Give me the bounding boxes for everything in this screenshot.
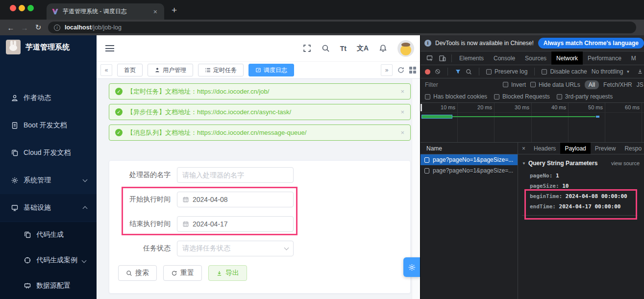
param-key: pageSize: <box>530 183 559 189</box>
forward-icon[interactable]: → <box>18 24 31 32</box>
hamburger-menu-icon[interactable] <box>105 45 114 51</box>
sidebar-item-datasource-config[interactable]: 数据源配置 <box>0 273 97 299</box>
filter-pill-fetch-xhr[interactable]: Fetch/XHR <box>603 81 632 88</box>
devtools-tab-sources[interactable]: Sources <box>520 51 551 65</box>
devtools-tab-performance[interactable]: Performance <box>583 51 626 65</box>
alert-text: 【定时任务】文档地址：https://doc.iocoder.cn/job/ <box>127 87 269 96</box>
bell-icon[interactable] <box>379 44 387 52</box>
query-string-section-header[interactable]: ▼ Query String Parameters view source <box>522 160 640 167</box>
details-tab-headers[interactable]: Headers <box>529 143 560 154</box>
sidebar-item-code-gen[interactable]: 代码生成 <box>0 222 97 248</box>
request-row-selected[interactable]: page?pageNo=1&pageSize=... <box>421 154 518 165</box>
search-button[interactable]: 搜索 <box>118 265 157 281</box>
new-tab-button[interactable]: + <box>172 5 177 16</box>
request-doc-icon <box>424 168 429 174</box>
sidebar-item-cloud-docs[interactable]: Cloud 开发文档 <box>0 139 97 167</box>
filter-input[interactable]: Filter <box>425 81 498 88</box>
page-tab-user-mgmt[interactable]: 用户管理 <box>148 64 193 76</box>
layout-grid-icon[interactable] <box>409 67 416 74</box>
devtools-tab-network[interactable]: Network <box>551 51 583 65</box>
requests-name-header[interactable]: Name <box>421 143 518 154</box>
back-icon[interactable]: ← <box>4 24 18 32</box>
translate-icon[interactable]: 文A <box>357 44 369 53</box>
form-row-status: 任务状态 请选择任务状态 <box>109 241 294 256</box>
always-match-language-button[interactable]: Always match Chrome's language <box>538 38 644 49</box>
site-info-icon[interactable]: i <box>54 25 60 31</box>
export-button[interactable]: 导出 <box>208 265 247 281</box>
invert-checkbox[interactable]: Invert <box>503 81 526 88</box>
blocked-requests-checkbox[interactable]: Blocked Requests <box>494 93 550 100</box>
task-status-label: 任务状态 <box>109 244 171 253</box>
traffic-light-minimize[interactable] <box>19 5 25 11</box>
disable-cache-checkbox[interactable]: Disable cache <box>542 68 587 75</box>
tabs-scroll-right-icon[interactable]: » <box>381 64 393 76</box>
has-blocked-cookies-checkbox[interactable]: Has blocked cookies <box>425 93 487 100</box>
sidebar-item-system-mgmt[interactable]: 系统管理 <box>0 167 97 194</box>
throttling-dropdown[interactable]: No throttling▼ <box>592 68 630 75</box>
details-tab-preview[interactable]: Preview <box>591 143 620 154</box>
tabs-scroll-left-icon[interactable]: « <box>100 64 112 76</box>
handler-name-input[interactable] <box>182 171 288 179</box>
devtools-tab-elements[interactable]: Elements <box>454 51 489 65</box>
sidebar-item-author-news[interactable]: 作者动态 <box>0 84 97 112</box>
check-circle-icon: ✓ <box>115 108 123 116</box>
record-icon[interactable] <box>425 69 430 75</box>
address-bar[interactable]: i localhost/job/job-log <box>48 22 636 33</box>
traffic-light-zoom[interactable] <box>27 5 34 11</box>
third-party-requests-checkbox[interactable]: 3rd-party requests <box>557 93 613 100</box>
request-name: page?pageNo=1&pageSize=... <box>433 167 513 174</box>
view-source-link[interactable]: view source <box>611 160 640 166</box>
end-time-picker[interactable]: 2024-04-17 <box>177 216 294 232</box>
browser-tab[interactable]: 芋道管理系统 - 调度日志 × <box>47 3 164 20</box>
filter-pill-all[interactable]: All <box>585 80 599 89</box>
devtools-tab-memory[interactable]: M <box>626 51 641 65</box>
begin-time-value: 2024-04-08 <box>193 196 228 203</box>
timeline-tick: 20 ms <box>463 104 492 110</box>
clear-icon[interactable] <box>435 69 441 75</box>
alert-close-icon[interactable]: × <box>400 108 404 116</box>
theme-settings-fab[interactable] <box>403 257 420 277</box>
details-tab-payload[interactable]: Payload <box>560 143 590 154</box>
sidebar-logo[interactable]: 芋道管理系统 <box>0 35 97 59</box>
browser-tab-title: 芋道管理系统 - 调度日志 <box>63 7 151 16</box>
gear-icon <box>408 263 416 272</box>
device-toolbar-icon[interactable] <box>439 54 446 62</box>
search-icon[interactable] <box>322 44 330 52</box>
inspect-element-icon[interactable] <box>426 54 434 62</box>
sidebar-item-code-gen-demo[interactable]: 代码生成案例 <box>0 248 97 273</box>
hide-data-urls-checkbox[interactable]: Hide data URLs <box>530 81 580 88</box>
reload-icon[interactable]: ↻ <box>31 23 45 32</box>
page-tab-home[interactable]: 首页 <box>117 64 143 76</box>
alert-close-icon[interactable]: × <box>400 88 404 95</box>
network-overview-timeline[interactable]: 10 ms 20 ms 30 ms 40 ms 50 ms 60 ms <box>421 103 644 143</box>
page-tab-scheduled-jobs[interactable]: 定时任务 <box>198 64 244 76</box>
task-status-select[interactable]: 请选择任务状态 <box>177 241 294 256</box>
details-tab-response[interactable]: Respo <box>620 143 644 154</box>
search-icon[interactable] <box>466 69 472 75</box>
import-har-icon[interactable] <box>637 69 643 75</box>
param-row: endTime: 2024-04-17 00:00:00 <box>530 201 644 212</box>
begin-time-picker[interactable]: 2024-04-08 <box>177 192 294 207</box>
filter-pill-js[interactable]: JS <box>637 81 644 88</box>
sidebar-item-infrastructure[interactable]: 基础设施 <box>0 194 97 222</box>
page-tab-job-log-active[interactable]: 调度日志 <box>248 64 294 76</box>
query-string-title: Query String Parameters <box>528 160 597 167</box>
devtools-tab-console[interactable]: Console <box>489 51 520 65</box>
checkbox-icon <box>542 69 547 75</box>
sidebar-item-boot-docs[interactable]: Boot 开发文档 <box>0 112 97 139</box>
close-details-icon[interactable]: × <box>518 145 529 152</box>
font-size-icon[interactable]: Tt <box>340 45 347 52</box>
tab-close-icon[interactable]: × <box>151 8 159 16</box>
reset-button[interactable]: 重置 <box>163 265 202 281</box>
traffic-light-close[interactable] <box>10 5 16 11</box>
alert-close-icon[interactable]: × <box>400 129 404 136</box>
fullscreen-icon[interactable] <box>303 44 311 52</box>
document-icon <box>11 122 19 129</box>
preserve-log-checkbox[interactable]: Preserve log <box>486 68 527 75</box>
user-avatar[interactable] <box>397 40 414 57</box>
refresh-page-icon[interactable] <box>397 66 405 74</box>
download-icon <box>216 270 223 276</box>
request-row[interactable]: page?pageNo=1&pageSize=... <box>421 165 518 176</box>
filter-icon[interactable] <box>455 69 461 75</box>
request-details-pane: × Headers Payload Preview Respo ▼ Query … <box>518 143 644 299</box>
